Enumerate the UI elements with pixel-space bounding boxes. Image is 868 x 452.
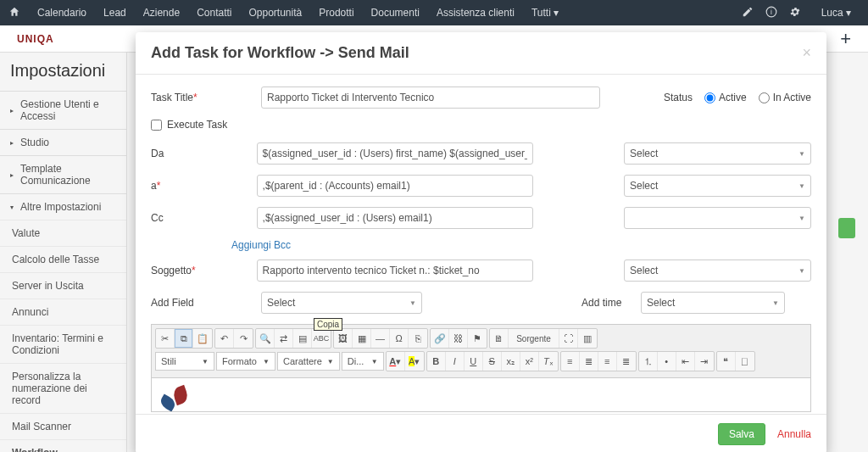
soggetto-select[interactable]: Select▼ [624, 259, 811, 282]
info-icon[interactable]: i [765, 6, 777, 20]
underline-icon[interactable]: U [465, 352, 483, 371]
outdent-icon[interactable]: ⇤ [676, 352, 695, 371]
nav-lead[interactable]: Lead [95, 7, 135, 19]
strike-icon[interactable]: S [483, 352, 502, 371]
italic-icon[interactable]: I [446, 352, 465, 371]
top-nav: Calendario Lead Aziende Contatti Opportu… [0, 0, 868, 25]
page-title: Impostazioni [0, 53, 126, 91]
alignright-icon[interactable]: ≡ [598, 352, 617, 371]
removeformat-icon[interactable]: Tₓ [539, 352, 558, 371]
sidebar-item-inventario[interactable]: Inventario: Termini e Condizioni [0, 325, 126, 363]
doc-icon[interactable]: 🗎 [490, 329, 509, 348]
sidebar-item-numerazione[interactable]: Personalizza la numerazione dei record [0, 363, 126, 413]
sidebar-item-valute[interactable]: Valute [0, 220, 126, 246]
sidebar-section-template[interactable]: ▸Template Comunicazione [0, 155, 126, 193]
alignleft-icon[interactable]: ≡ [561, 352, 580, 371]
format-dropdown[interactable]: Formato▼ [216, 352, 275, 371]
styles-dropdown[interactable]: Stili▼ [155, 352, 214, 371]
maximize-icon[interactable]: ⛶ [559, 329, 578, 348]
redo-icon[interactable]: ↷ [234, 329, 253, 348]
sidebar-item-annunci[interactable]: Annunci [0, 299, 126, 325]
editor-content[interactable] [151, 378, 811, 412]
nav-calendario[interactable]: Calendario [29, 7, 95, 19]
source-button[interactable]: Sorgente [509, 329, 559, 348]
add-time-select[interactable]: Select▼ [641, 292, 785, 314]
task-title-input[interactable] [261, 86, 600, 109]
modal-title: Add Task for Workflow -> Send Mail [151, 44, 409, 62]
cut-icon[interactable]: ✂ [156, 329, 175, 348]
size-dropdown[interactable]: Di...▼ [342, 352, 384, 371]
app-logo: UNIQA [17, 33, 54, 45]
showblocks-icon[interactable]: ▥ [578, 329, 597, 348]
justify-icon[interactable]: ≣ [617, 352, 636, 371]
sidebar-item-tasse[interactable]: Calcolo delle Tasse [0, 246, 126, 272]
bgcolor-icon[interactable]: A▾ [405, 352, 424, 371]
sidebar-section-gestione[interactable]: ▸Gestione Utenti e Accessi [0, 91, 126, 129]
find-icon[interactable]: 🔍 [256, 329, 275, 348]
bulletedlist-icon[interactable]: • [658, 352, 676, 371]
nav-contatti[interactable]: Contatti [188, 7, 240, 19]
execute-task-checkbox[interactable] [151, 120, 162, 131]
blockquote-icon[interactable]: ❝ [717, 352, 736, 371]
sidebar-item-mailscanner[interactable]: Mail Scanner [0, 413, 126, 439]
nav-prodotti[interactable]: Prodotti [310, 7, 362, 19]
subscript-icon[interactable]: x₂ [502, 352, 520, 371]
cc-select[interactable]: ▼ [624, 207, 811, 229]
add-field-select[interactable]: Select▼ [261, 292, 422, 314]
table-icon[interactable]: ▦ [353, 329, 371, 348]
specialchar-icon[interactable]: Ω [390, 329, 409, 348]
home-icon[interactable] [8, 6, 20, 20]
radio-active[interactable]: Active [704, 92, 747, 103]
pagebreak-icon[interactable]: ⎘ [409, 329, 427, 348]
da-select[interactable]: Select▼ [624, 142, 811, 165]
nav-assistenza[interactable]: Assistenza clienti [428, 7, 523, 19]
paste-icon[interactable]: 📋 [193, 329, 212, 348]
nav-documenti[interactable]: Documenti [363, 7, 428, 19]
textcolor-icon[interactable]: A▾ [387, 352, 405, 371]
aligncenter-icon[interactable]: ≣ [580, 352, 598, 371]
unlink-icon[interactable]: ⛓ [449, 329, 468, 348]
link-icon[interactable]: 🔗 [431, 329, 449, 348]
radio-inactive[interactable]: In Active [759, 92, 811, 103]
div-icon[interactable]: ⎕ [736, 352, 754, 371]
bold-icon[interactable]: B [427, 352, 446, 371]
close-icon[interactable]: × [802, 44, 811, 62]
numberedlist-icon[interactable]: ⒈ [639, 352, 658, 371]
anchor-icon[interactable]: ⚑ [468, 329, 487, 348]
plus-icon[interactable]: + [840, 28, 851, 50]
nav-aziende[interactable]: Aziende [135, 7, 188, 19]
image-icon[interactable]: 🖼 [334, 329, 353, 348]
cc-input[interactable] [257, 207, 533, 229]
undo-icon[interactable]: ↶ [215, 329, 234, 348]
nav-opportunita[interactable]: Opportunità [240, 7, 310, 19]
cancel-button[interactable]: Annulla [777, 428, 811, 440]
save-button[interactable]: Salva [718, 423, 765, 445]
a-select[interactable]: Select▼ [624, 175, 811, 197]
edit-icon[interactable] [742, 6, 754, 20]
content-logo-icon [159, 385, 192, 410]
add-bcc-link[interactable]: Aggiungi Bcc [231, 239, 811, 251]
soggetto-input[interactable] [257, 259, 533, 282]
da-input[interactable] [257, 142, 533, 165]
replace-icon[interactable]: ⇄ [275, 329, 293, 348]
copy-icon[interactable]: ⧉ [175, 329, 193, 348]
svg-text:i: i [771, 8, 772, 15]
sidebar-item-server[interactable]: Server in Uscita [0, 272, 126, 299]
cc-label: Cc [151, 212, 257, 224]
spellcheck-icon[interactable]: ABC [312, 329, 331, 348]
font-dropdown[interactable]: Carattere▼ [277, 352, 340, 371]
add-task-modal: Add Task for Workflow -> Send Mail × Tas… [136, 32, 826, 452]
superscript-icon[interactable]: x² [520, 352, 539, 371]
add-time-label: Add time [581, 297, 641, 309]
gear-icon[interactable] [789, 6, 801, 20]
user-menu[interactable]: Luca ▾ [813, 7, 860, 19]
selectall-icon[interactable]: ▤ [293, 329, 312, 348]
indent-icon[interactable]: ⇥ [695, 352, 714, 371]
sidebar-section-studio[interactable]: ▸Studio [0, 129, 126, 155]
hr-icon[interactable]: ― [371, 329, 390, 348]
a-input[interactable] [257, 175, 533, 197]
sidebar-section-altre[interactable]: ▾Altre Impostazioni [0, 193, 126, 220]
refresh-button-bg[interactable] [838, 218, 855, 238]
sidebar-item-workflow[interactable]: Workflow [0, 439, 126, 452]
nav-tutti[interactable]: Tutti ▾ [523, 7, 567, 19]
